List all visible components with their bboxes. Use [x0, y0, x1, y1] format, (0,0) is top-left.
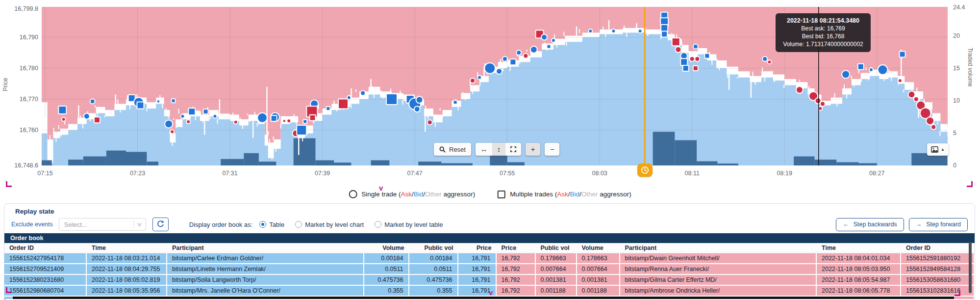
ask-cell[interactable]: 1556152591880192 [901, 253, 975, 264]
zoom-in-button[interactable]: + [526, 143, 540, 156]
trade-marker-single[interactable] [427, 120, 432, 125]
trade-marker-single[interactable] [695, 56, 700, 61]
trade-marker-multiple[interactable] [453, 100, 457, 104]
trade-marker-multiple[interactable] [900, 52, 905, 57]
trade-marker-single[interactable] [552, 38, 555, 42]
trade-marker-single[interactable] [477, 76, 481, 80]
trade-marker-single[interactable] [62, 117, 66, 121]
trade-marker-multiple[interactable] [547, 45, 551, 49]
ask-cell[interactable]: 2022-11-18 08:06:05.778 [817, 286, 901, 297]
ask-cell[interactable]: bitstamp/Gilma Carter Effertz MD/ [620, 275, 817, 286]
radio-table[interactable]: Table [259, 221, 284, 228]
trade-marker-multiple[interactable] [858, 64, 864, 70]
table-vertical-scrollbar[interactable] [969, 242, 972, 293]
trade-marker-single[interactable] [588, 29, 592, 33]
ask-cell[interactable]: 16,792 [497, 264, 536, 275]
trade-marker-multiple[interactable] [693, 66, 698, 71]
trade-marker-multiple[interactable] [58, 106, 66, 114]
step-forward-button[interactable]: → Step forward [909, 218, 968, 231]
bid-cell[interactable]: 2022-11-18 08:04:29.755 [87, 264, 167, 275]
trade-marker-single[interactable] [180, 114, 184, 118]
ask-cell[interactable]: 16,792 [497, 286, 536, 297]
trade-marker-multiple[interactable] [510, 59, 516, 65]
bid-cell[interactable]: 16,791 [458, 275, 497, 286]
ask-cell[interactable]: bitstamp/Renna Auer Franecki/ [620, 264, 817, 275]
pan-horizontal-button[interactable]: ↔ [476, 143, 492, 156]
trade-marker-multiple[interactable] [680, 58, 687, 65]
bid-cell[interactable]: 0.0511 [364, 264, 409, 275]
trade-marker-single[interactable] [898, 79, 902, 82]
trade-marker-multiple[interactable] [310, 115, 316, 121]
ask-cell[interactable]: 0.001381 [536, 275, 577, 286]
trade-marker-single[interactable] [796, 86, 803, 93]
ask-cell[interactable]: 0.178663 [536, 253, 577, 264]
trade-marker-single[interactable] [414, 106, 420, 112]
trade-marker-single[interactable] [878, 65, 888, 75]
trade-marker-multiple[interactable] [704, 54, 709, 58]
replay-time-handle[interactable] [637, 164, 653, 177]
trade-marker-multiple[interactable] [326, 107, 330, 110]
bid-cell[interactable]: bitstamp/Linette Hermann Zemlak/ [167, 264, 364, 275]
trade-marker-single[interactable] [611, 29, 615, 33]
bid-cell[interactable]: bitstamp/Mrs. Janelle O'Hara O'Conner/ [167, 286, 364, 297]
bid-cell[interactable]: bitstamp/Soila Langworth Torp/ [167, 275, 364, 286]
trade-marker-multiple[interactable] [683, 65, 689, 71]
ask-cell[interactable]: 1556153058631680 [901, 275, 975, 286]
trade-marker-single[interactable] [523, 54, 528, 58]
trade-marker-multiple[interactable] [303, 119, 307, 123]
trade-marker-single[interactable] [484, 63, 495, 74]
trade-marker-single[interactable] [820, 101, 825, 106]
trade-marker-single[interactable] [234, 120, 238, 124]
ask-cell[interactable]: 2022-11-18 08:05:03.950 [817, 264, 901, 275]
trade-marker-single[interactable] [762, 56, 767, 61]
bid-cell[interactable]: 0.475736 [364, 275, 409, 286]
trade-marker-single[interactable] [470, 78, 475, 83]
bid-cell[interactable]: 1556152709521409 [4, 264, 87, 275]
trade-marker-single[interactable] [675, 47, 681, 53]
bid-cell[interactable]: 2022-11-18 08:05:02.819 [87, 275, 167, 286]
exclude-events-select[interactable]: Select... ∨ [59, 218, 146, 231]
trade-marker-multiple[interactable] [661, 31, 667, 37]
trade-marker-single[interactable] [908, 91, 915, 98]
ask-cell[interactable]: 2022-11-18 08:04:01.034 [817, 253, 901, 264]
trade-marker-single[interactable] [360, 90, 365, 95]
market-replay-chart[interactable]: 16,799.816,79016,78016,77016,76016,748.6… [0, 0, 980, 202]
reset-zoom-button[interactable]: Reset [434, 143, 471, 156]
bid-cell[interactable]: 0.475736 [409, 275, 458, 286]
trade-marker-multiple[interactable] [94, 117, 100, 123]
trade-marker-single[interactable] [84, 113, 90, 119]
radio-market-by-level-chart[interactable]: Market by level chart [295, 221, 364, 228]
ask-cell[interactable]: 1556153102831616 [901, 286, 975, 297]
trade-marker-multiple[interactable] [188, 108, 195, 115]
trade-marker-single[interactable] [213, 114, 217, 118]
ask-cell[interactable]: 0.178663 [577, 253, 620, 264]
ask-cell[interactable]: 0.007664 [577, 264, 620, 275]
trade-marker-single[interactable] [90, 99, 95, 104]
step-backwards-button[interactable]: ← Step backwards [836, 218, 904, 231]
ask-cell[interactable]: 0.001188 [536, 286, 577, 297]
trade-marker-multiple[interactable] [157, 100, 160, 103]
refresh-button[interactable] [152, 218, 169, 231]
ask-cell[interactable]: bitstamp/Dwain Greenholt Mitchell/ [620, 253, 817, 264]
trade-marker-single[interactable] [257, 113, 267, 123]
trade-marker-single[interactable] [638, 29, 642, 33]
radio-market-by-level-table[interactable]: Market by level table [375, 221, 443, 228]
bid-cell[interactable]: 0.355 [409, 286, 458, 297]
table-horizontal-scrollbar[interactable] [13, 297, 954, 299]
bid-cell[interactable]: 2022-11-18 08:05:35.956 [87, 286, 167, 297]
ask-cell[interactable]: 0.001188 [577, 286, 620, 297]
ask-cell[interactable]: 2022-11-18 08:05:54.987 [817, 275, 901, 286]
trade-marker-multiple[interactable] [297, 125, 306, 135]
bid-cell[interactable]: 0.355 [364, 286, 409, 297]
trade-marker-multiple[interactable] [203, 109, 208, 114]
ask-cell[interactable]: 0.001381 [577, 275, 620, 286]
trade-marker-single[interactable] [530, 46, 537, 53]
pan-vertical-button[interactable]: ↕ [492, 143, 505, 156]
trade-marker-multiple[interactable] [672, 38, 680, 46]
trade-marker-single[interactable] [931, 125, 936, 130]
trade-marker-single[interactable] [768, 60, 772, 64]
trade-marker-single[interactable] [869, 68, 873, 72]
trade-marker-single[interactable] [693, 44, 698, 49]
trade-marker-single[interactable] [287, 119, 291, 123]
trade-marker-single[interactable] [690, 56, 695, 61]
